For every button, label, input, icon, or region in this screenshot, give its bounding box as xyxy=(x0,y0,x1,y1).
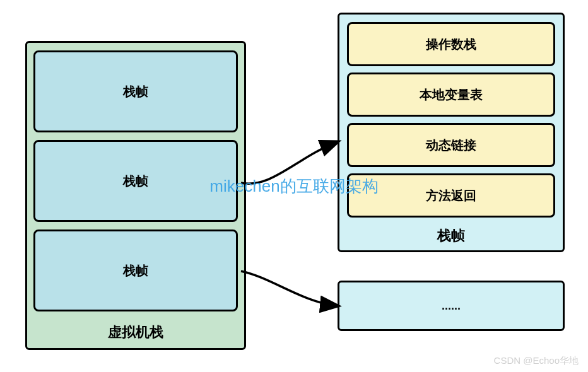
method-return-box: 方法返回 xyxy=(347,173,555,218)
stack-frame-detail-title: 栈帧 xyxy=(347,224,555,245)
vm-stack-container: 栈帧 栈帧 栈帧 虚拟机栈 xyxy=(25,41,246,350)
arrow-frame-to-ellipsis xyxy=(241,271,338,306)
watermark-bottom: CSDN @Echoo华地 xyxy=(494,355,579,367)
stack-frame: 栈帧 xyxy=(33,230,238,311)
dynamic-link-box: 动态链接 xyxy=(347,123,555,167)
ellipsis-box: ...... xyxy=(338,281,565,331)
operand-stack-box: 操作数栈 xyxy=(347,22,555,66)
arrow-frame-to-detail xyxy=(241,142,338,183)
stack-frame-detail: 操作数栈 本地变量表 动态链接 方法返回 栈帧 xyxy=(338,13,565,252)
stack-frame: 栈帧 xyxy=(33,50,238,132)
stack-frame: 栈帧 xyxy=(33,140,238,222)
vm-stack-title: 虚拟机栈 xyxy=(33,319,238,342)
local-var-table-box: 本地变量表 xyxy=(347,73,555,117)
